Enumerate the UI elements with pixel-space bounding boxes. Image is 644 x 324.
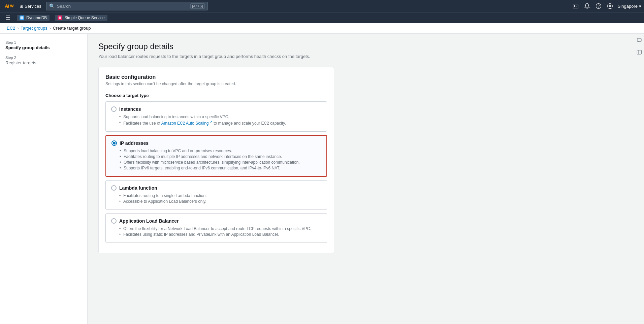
basic-config-card: Basic configuration Settings in this sec… [98, 67, 334, 253]
lambda-bullet-1: Facilitates routing to a single Lambda f… [119, 193, 321, 198]
target-type-label: Choose a target type [105, 93, 327, 98]
svg-rect-7 [637, 50, 641, 54]
svg-point-1 [596, 4, 601, 9]
notifications-icon-btn[interactable] [583, 2, 591, 10]
nav-icons: Singapore ▾ [572, 2, 641, 10]
help-icon-btn[interactable] [595, 2, 602, 10]
lambda-bullet-2: Accessible to Application Load Balancers… [119, 199, 321, 204]
option-ip-addresses-header: IP addresses [111, 140, 321, 146]
alb-bullet-1: Offers the flexibility for a Network Loa… [119, 226, 321, 231]
radio-ip-addresses[interactable] [111, 140, 117, 146]
settings-icon-btn[interactable] [606, 2, 614, 10]
external-link-icon: ↗ [210, 120, 213, 124]
breadcrumb-current: Create target group [53, 26, 91, 31]
hamburger-menu-button[interactable]: ☰ [4, 13, 11, 22]
search-bar: 🔍 [Alt+S] [46, 2, 208, 10]
option-instances[interactable]: Instances Supports load balancing to ins… [105, 101, 327, 132]
dynamodb-icon [20, 15, 24, 20]
grid-icon: ⊞ [20, 4, 23, 9]
svg-point-5 [59, 17, 61, 19]
ip-bullet-1: Supports load balancing to VPC and on-pr… [120, 149, 321, 153]
radio-alb[interactable] [111, 218, 117, 224]
step1-title: Specify group details [5, 45, 82, 50]
svg-point-3 [609, 5, 611, 7]
option-alb-header: Application Load Balancer [111, 218, 321, 224]
instances-bullet-1: Supports load balancing to instances wit… [119, 115, 321, 119]
pinned-services-bar: ☰ DynamoDB Simple Queue Service [0, 12, 644, 23]
option-ip-bullets: Supports load balancing to VPC and on-pr… [120, 149, 321, 170]
option-instances-label: Instances [119, 106, 141, 112]
aws-logo[interactable] [3, 3, 13, 9]
services-menu-button[interactable]: ⊞ Services [18, 2, 43, 10]
svg-rect-6 [637, 38, 641, 41]
breadcrumb-sep-1: › [17, 26, 19, 31]
breadcrumb-target-groups[interactable]: Target groups [21, 26, 47, 31]
search-shortcut: [Alt+S] [190, 3, 205, 9]
search-icon: 🔍 [49, 3, 55, 9]
right-sidebar [634, 34, 644, 324]
svg-rect-0 [573, 4, 578, 8]
dynamodb-label: DynamoDB [26, 15, 47, 20]
breadcrumb-sep-2: › [50, 26, 51, 31]
cloudshell-icon-btn[interactable] [572, 2, 579, 10]
sqs-icon [58, 15, 62, 20]
radio-lambda[interactable] [111, 185, 117, 191]
sqs-service-tag[interactable]: Simple Queue Service [55, 15, 107, 21]
card-title: Basic configuration [105, 74, 327, 80]
search-input[interactable] [57, 4, 188, 9]
region-selector[interactable]: Singapore ▾ [618, 4, 641, 9]
ip-bullet-2: Facilitates routing to multiple IP addre… [120, 154, 321, 159]
region-label: Singapore [618, 4, 638, 9]
option-instances-header: Instances [111, 106, 321, 112]
dynamodb-service-tag[interactable]: DynamoDB [17, 15, 50, 21]
option-lambda-label: Lambda function [119, 185, 157, 191]
top-navigation: ⊞ Services 🔍 [Alt+S] Singapore ▾ [0, 0, 644, 12]
sqs-label: Simple Queue Service [64, 15, 104, 20]
services-label: Services [25, 4, 41, 9]
option-alb-bullets: Offers the flexibility for a Network Loa… [119, 226, 321, 237]
sidebar: Step 1 Specify group details Step 2 Regi… [0, 34, 88, 324]
ec2-autoscaling-link[interactable]: Amazon EC2 Auto Scaling ↗ [161, 121, 213, 126]
panel-btn[interactable] [635, 48, 643, 57]
main-layout: Step 1 Specify group details Step 2 Regi… [0, 34, 644, 324]
content-area: Specify group details Your load balancer… [88, 34, 634, 324]
option-instances-bullets: Supports load balancing to instances wit… [119, 115, 321, 126]
page-subtitle: Your load balancer routes requests to th… [98, 54, 623, 59]
page-title: Specify group details [98, 42, 623, 51]
ip-bullet-3: Offers flexibility with microservice bas… [120, 160, 321, 165]
option-ip-addresses-label: IP addresses [120, 140, 149, 146]
step1-label: Step 1 [5, 40, 82, 44]
option-alb[interactable]: Application Load Balancer Offers the fle… [105, 213, 327, 243]
instances-bullet-2: Facilitates the use of Amazon EC2 Auto S… [119, 120, 321, 126]
breadcrumb-ec2[interactable]: EC2 [7, 26, 15, 31]
option-lambda-bullets: Facilitates routing to a single Lambda f… [119, 193, 321, 204]
step2-title: Register targets [5, 60, 82, 65]
svg-rect-4 [21, 16, 24, 19]
option-lambda-header: Lambda function [111, 185, 321, 191]
step2-label: Step 2 [5, 56, 82, 60]
breadcrumb: EC2 › Target groups › Create target grou… [0, 23, 644, 34]
option-lambda[interactable]: Lambda function Facilitates routing to a… [105, 180, 327, 210]
alb-bullet-2: Facilitates using static IP addresses an… [119, 232, 321, 237]
option-ip-addresses[interactable]: IP addresses Supports load balancing to … [105, 135, 327, 177]
feedback-panel-btn[interactable] [635, 36, 643, 45]
radio-instances[interactable] [111, 106, 117, 112]
ip-bullet-4: Supports IPv6 targets, enabling end-to-e… [120, 166, 321, 170]
option-alb-label: Application Load Balancer [119, 218, 179, 224]
card-subtitle: Settings in this section can't be change… [105, 82, 327, 86]
region-chevron-icon: ▾ [639, 4, 641, 9]
